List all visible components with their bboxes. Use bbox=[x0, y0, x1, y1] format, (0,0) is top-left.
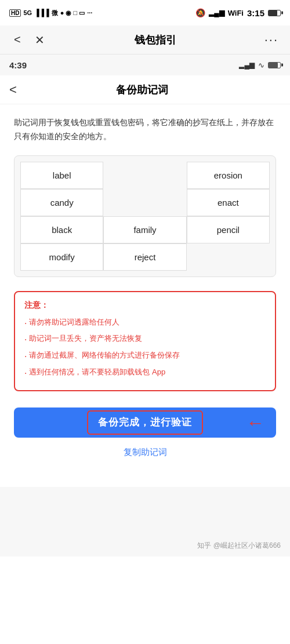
status-left-icons: HD 5G ▐▐▐ 微 ● ◉ □ ▭ ··· bbox=[9, 9, 92, 17]
mnemonic-empty-1 bbox=[103, 162, 186, 189]
wifi-icon: WiFi bbox=[228, 9, 244, 17]
warning-item-2: 助记词一旦丢失，资产将无法恢复 bbox=[24, 332, 266, 348]
inner-back-button[interactable]: < bbox=[9, 82, 17, 97]
hd-badge: HD bbox=[9, 9, 21, 17]
inner-webview: 4:39 ▂▄▆ ∿ < 备份助记词 助记词用于恢复钱包或重置钱包密码，将它准确… bbox=[0, 54, 290, 487]
outer-back-button[interactable]: < bbox=[12, 31, 23, 49]
warning-item-1: 请勿将助记词透露给任何人 bbox=[24, 315, 266, 332]
outer-nav: < ✕ 钱包指引 ··· bbox=[0, 26, 290, 54]
inner-nav-title: 备份助记词 bbox=[17, 83, 268, 97]
watermark-text: 知乎 @崛起社区小诸葛666 bbox=[197, 541, 281, 551]
warning-item-3: 请勿通过截屏、网络传输的方式进行备份保存 bbox=[24, 348, 266, 365]
mnemonic-word-11: reject bbox=[103, 243, 186, 271]
mnemonic-word-9: pencil bbox=[187, 216, 270, 243]
mnemonic-word-10: modify bbox=[20, 243, 103, 271]
warning-box: 注意： 请勿将助记词透露给任何人 助记词一旦丢失，资产将无法恢复 请勿通过截屏、… bbox=[14, 291, 276, 391]
outer-more-button[interactable]: ··· bbox=[264, 32, 278, 48]
signal-icon: ▂▄▆ bbox=[209, 9, 224, 17]
status-right-icons: 🔕 ▂▄▆ WiFi 3:15 bbox=[195, 8, 281, 18]
mnemonic-word-7: black bbox=[20, 216, 103, 243]
verify-button-wrap: 备份完成，进行验证 ← bbox=[14, 407, 276, 438]
mnemonic-empty-3 bbox=[187, 243, 270, 271]
inner-status-icons: ▂▄▆ ∿ bbox=[239, 61, 281, 70]
main-content: 助记词用于恢复钱包或重置钱包密码，将它准确的抄写在纸上，并存放在只有你知道的安全… bbox=[0, 104, 290, 487]
inner-time: 4:39 bbox=[9, 60, 27, 70]
bottom-area: 知乎 @崛起社区小诸葛666 bbox=[0, 487, 290, 556]
mnemonic-word-6: enact bbox=[187, 189, 270, 216]
mnemonic-empty-2 bbox=[103, 189, 186, 216]
inner-nav: < 备份助记词 bbox=[0, 75, 290, 104]
battery-icon bbox=[268, 10, 281, 16]
inner-battery-icon bbox=[268, 62, 281, 68]
outer-close-button[interactable]: ✕ bbox=[32, 31, 47, 49]
description-text: 助记词用于恢复钱包或重置钱包密码，将它准确的抄写在纸上，并存放在只有你知道的安全… bbox=[14, 116, 276, 144]
mnemonic-word-8: family bbox=[103, 216, 186, 243]
inner-signal-icon: ▂▄▆ bbox=[239, 61, 255, 69]
signal-5g: 5G bbox=[23, 9, 32, 16]
time-display: 3:15 bbox=[247, 8, 264, 18]
mnemonic-word-1: label bbox=[20, 162, 103, 189]
outer-nav-title: 钱包指引 bbox=[135, 33, 176, 47]
notification-icon: 🔕 bbox=[195, 8, 205, 17]
copy-mnemonic-link[interactable]: 复制助记词 bbox=[14, 447, 276, 458]
mnemonic-word-3: erosion bbox=[187, 162, 270, 189]
verify-button[interactable]: 备份完成，进行验证 bbox=[14, 407, 276, 438]
outer-status-bar: HD 5G ▐▐▐ 微 ● ◉ □ ▭ ··· 🔕 ▂▄▆ WiFi 3:15 bbox=[0, 0, 290, 26]
warning-title: 注意： bbox=[24, 300, 266, 311]
signal-bars: ▐▐▐ bbox=[34, 9, 49, 17]
mnemonic-word-4: candy bbox=[20, 189, 103, 216]
weibo-icon: 微 bbox=[52, 9, 58, 17]
app-icons: ● ◉ □ ▭ bbox=[60, 9, 85, 17]
red-arrow-icon: ← bbox=[246, 412, 264, 433]
inner-wifi-icon: ∿ bbox=[258, 61, 264, 70]
mnemonic-grid: label erosion candy enact black family p bbox=[14, 155, 276, 277]
more-dots: ··· bbox=[87, 9, 92, 16]
inner-status-bar: 4:39 ▂▄▆ ∿ bbox=[0, 54, 290, 75]
warning-item-4: 遇到任何情况，请不要轻易卸载钱包 App bbox=[24, 365, 266, 382]
